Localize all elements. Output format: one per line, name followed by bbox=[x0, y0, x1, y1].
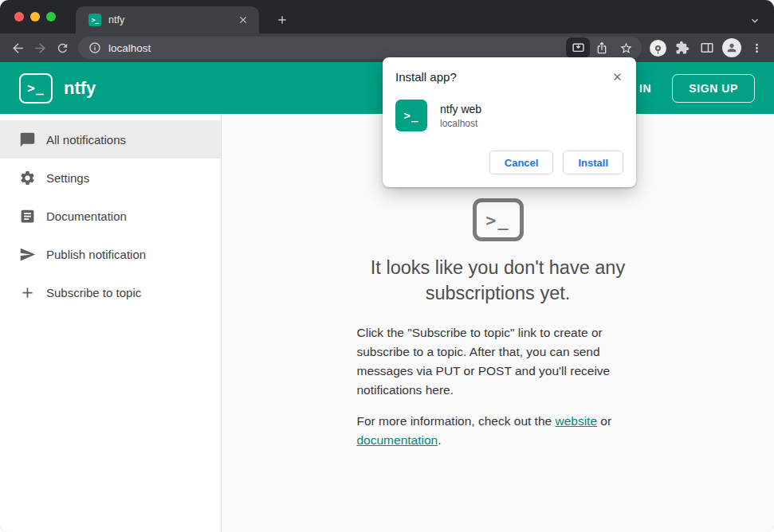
dialog-app-name: ntfy web bbox=[440, 103, 481, 115]
url-text: localhost bbox=[108, 42, 151, 54]
documentation-link[interactable]: documentation bbox=[357, 433, 438, 447]
ntfy-favicon-icon: >_ bbox=[88, 14, 101, 26]
browser-window: >_ ntfy localhost bbox=[0, 0, 774, 532]
send-icon bbox=[19, 246, 36, 263]
share-icon[interactable] bbox=[590, 37, 614, 58]
empty-state-body: Click the "Subscribe to topic" link to c… bbox=[357, 323, 639, 400]
forward-button[interactable] bbox=[29, 37, 51, 59]
bookmark-star-icon[interactable] bbox=[614, 37, 638, 58]
profile-avatar[interactable] bbox=[721, 37, 743, 59]
sidebar-item-label: Settings bbox=[46, 171, 89, 185]
more-info-prefix: For more information, check out the bbox=[357, 414, 556, 428]
browser-menu-icon[interactable] bbox=[745, 37, 768, 59]
window-controls bbox=[14, 12, 56, 22]
refresh-button[interactable] bbox=[51, 37, 73, 59]
tab-title: ntfy bbox=[108, 14, 235, 25]
maximize-window-button[interactable] bbox=[46, 12, 56, 22]
website-link[interactable]: website bbox=[555, 414, 597, 428]
ntfy-logo-icon: >_ bbox=[19, 73, 53, 104]
sidebar-item-all-notifications[interactable]: All notifications bbox=[0, 120, 221, 158]
extensions-puzzle-icon[interactable] bbox=[671, 37, 693, 59]
sidebar-item-label: Documentation bbox=[46, 209, 127, 223]
cancel-button[interactable]: Cancel bbox=[489, 151, 554, 174]
extensions-area bbox=[646, 37, 768, 59]
sidebar-item-label: Subscribe to topic bbox=[46, 286, 141, 299]
plus-icon bbox=[19, 284, 36, 301]
sidebar-item-settings[interactable]: Settings bbox=[0, 158, 221, 197]
sidebar: All notifications Settings Documentation… bbox=[0, 114, 222, 532]
dialog-app-origin: localhost bbox=[440, 118, 481, 129]
article-icon bbox=[19, 208, 36, 225]
more-info-suffix: . bbox=[438, 433, 441, 447]
dialog-title: Install app? bbox=[395, 70, 623, 84]
site-info-icon[interactable] bbox=[88, 41, 102, 55]
onepassword-extension-icon[interactable] bbox=[646, 37, 669, 59]
sidebar-item-subscribe-to-topic[interactable]: Subscribe to topic bbox=[0, 273, 221, 311]
side-panel-icon[interactable] bbox=[696, 37, 718, 59]
chat-icon bbox=[19, 131, 36, 148]
browser-titlebar: >_ ntfy bbox=[0, 0, 774, 33]
browser-tab-ntfy[interactable]: >_ ntfy bbox=[76, 6, 259, 33]
empty-state-heading: It looks like you don't have any subscri… bbox=[323, 256, 674, 306]
ntfy-app-icon: >_ bbox=[395, 100, 427, 131]
sign-up-button[interactable]: SIGN UP bbox=[672, 74, 755, 103]
ntfy-terminal-icon: >_ bbox=[473, 198, 524, 241]
dialog-actions: Cancel Install bbox=[395, 151, 623, 174]
minimize-window-button[interactable] bbox=[30, 12, 40, 22]
back-button[interactable] bbox=[6, 37, 29, 59]
sidebar-item-label: All notifications bbox=[46, 133, 126, 147]
sidebar-item-publish-notification[interactable]: Publish notification bbox=[0, 235, 221, 273]
sidebar-item-documentation[interactable]: Documentation bbox=[0, 197, 221, 235]
install-app-icon[interactable] bbox=[566, 37, 590, 58]
tab-close-icon[interactable] bbox=[235, 12, 251, 28]
empty-state-more-info: For more information, check out the webs… bbox=[357, 412, 639, 450]
dialog-close-icon[interactable] bbox=[608, 68, 626, 85]
dialog-app-meta: ntfy web localhost bbox=[440, 103, 481, 129]
install-app-dialog: Install app? >_ ntfy web localhost Cance… bbox=[383, 57, 636, 187]
close-window-button[interactable] bbox=[14, 12, 24, 22]
more-info-middle: or bbox=[597, 414, 611, 428]
gear-icon bbox=[19, 170, 36, 186]
sidebar-item-label: Publish notification bbox=[46, 248, 146, 261]
brand-name: ntfy bbox=[64, 78, 96, 99]
install-button[interactable]: Install bbox=[563, 151, 623, 174]
dialog-app-row: >_ ntfy web localhost bbox=[395, 100, 623, 131]
address-bar[interactable]: localhost bbox=[78, 37, 642, 59]
new-tab-button[interactable] bbox=[272, 10, 293, 30]
tab-search-chevron-icon[interactable] bbox=[745, 11, 764, 30]
